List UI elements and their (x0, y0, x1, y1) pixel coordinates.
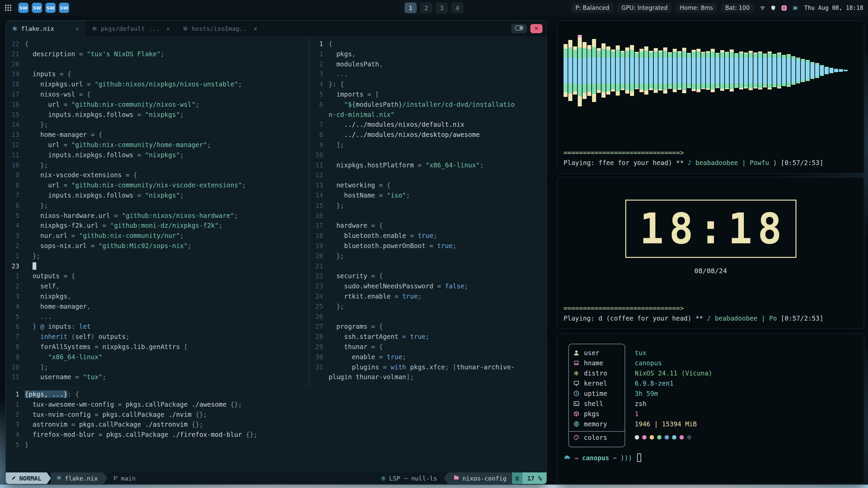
line-number: 13 (310, 180, 329, 190)
screenshot-icon[interactable] (792, 4, 799, 12)
tab-close-icon[interactable]: × (163, 25, 170, 32)
fetch-row-kernel: kernel6.9.8-zen1 (568, 378, 858, 388)
tab-close-icon[interactable]: × (72, 25, 79, 32)
uptime-icon (573, 390, 580, 396)
fetch-row-shell: shellzsh (568, 399, 858, 409)
color-dot (672, 435, 676, 440)
clock-date: 08/08/24 (564, 267, 858, 275)
project-segment[interactable]: nixos-config (448, 472, 512, 484)
code-line: 19 inputs = { (6, 69, 309, 79)
line-number: 1 (310, 49, 329, 59)
app-icon[interactable]: SW (18, 3, 28, 13)
viz-column (706, 51, 710, 90)
viz-column (734, 53, 738, 88)
fetch-value: tux (625, 349, 646, 357)
viz-column (620, 51, 625, 90)
app-icon[interactable]: SW (32, 3, 42, 13)
color-swatch-icon[interactable] (781, 4, 788, 12)
fetch-label: distro (584, 369, 607, 377)
packages-icon (573, 411, 580, 417)
code-line: 6 }; (6, 201, 309, 211)
close-window-button[interactable]: ✕ (530, 24, 542, 33)
line-number: 4 (310, 79, 329, 89)
apps-grid-icon[interactable] (5, 4, 12, 11)
code-line: 3 nixpkgs, (6, 291, 309, 302)
kernel-icon (573, 380, 580, 386)
editor-window: flake.nix×pkgs/default ...×hosts/isoImag… (5, 20, 547, 484)
line-number: 14 (6, 120, 25, 130)
code-line: 11 inputs.nixpkgs.follows = "nixpkgs"; (6, 150, 309, 160)
code-line: 1 }; (6, 251, 309, 261)
viz-column (801, 59, 805, 82)
tab-close-icon[interactable]: × (250, 25, 257, 32)
vim-mode: NORMAL (19, 475, 41, 482)
editor-tab[interactable]: pkgs/default ...× (85, 21, 176, 36)
line-number: 29 (310, 342, 329, 352)
shell-prompt[interactable]: → canopus ~ ))) (564, 453, 858, 462)
code-line: 3 ... (310, 69, 547, 79)
line-number: 21 (310, 261, 329, 271)
line-number: 5 (310, 89, 329, 100)
app-icon[interactable]: SW (45, 3, 56, 13)
code-line: 21 (310, 261, 547, 271)
line-number: 10 (6, 160, 25, 170)
viz-column (630, 45, 634, 96)
workspace-button-1[interactable]: 1 (405, 2, 417, 13)
viz-column (782, 55, 786, 86)
code-line: 10 ]; (6, 362, 309, 372)
fetch-label: uptime (584, 390, 607, 397)
code-line: 17 hardware = { (310, 221, 547, 231)
close-icon: ✕ (534, 25, 539, 32)
workspace-button-4[interactable]: 4 (451, 2, 463, 13)
toggle-button[interactable] (511, 24, 527, 33)
pinned-apps: SWSWSWSW (18, 3, 69, 13)
code-line: 15 inputs.nixpkgs.follows = "nixpkgs"; (6, 110, 309, 120)
shield-icon[interactable] (770, 5, 776, 11)
code-line: 24 rtkit.enable = true; (310, 291, 547, 302)
line-number: 21 (6, 49, 25, 59)
clock-frame: 18:18 (625, 200, 796, 258)
code-line: 9 "x86_64-linux" (6, 352, 309, 362)
code-line: 31 plugins = with pkgs.xfce; [thunar-arc… (310, 362, 547, 372)
fetch-value: 3h 59m (625, 390, 658, 397)
datetime[interactable]: Thu Aug 08, 18:18 (804, 4, 863, 11)
progress-arrow: ==============================> (564, 147, 858, 158)
file-segment[interactable]: flake.nix (51, 472, 103, 484)
code-line: 5 imports = [ (310, 89, 547, 100)
prompt-arrow: → (574, 454, 578, 462)
code-line: 6 } @ inputs: let (6, 322, 309, 332)
visualizer-window: ==============================> Playing:… (557, 20, 864, 174)
now-playing: Playing: d (coffee for your head) ** ♪ b… (564, 313, 858, 323)
project-name: nixos-config (462, 475, 507, 482)
viz-column (820, 65, 824, 76)
code-line: 29 thunar = { (310, 342, 547, 352)
editor-pane-right[interactable]: 1{1 pkgs,2 modulesPath,3 ...4}: {5 impor… (310, 36, 547, 387)
workspace-button-3[interactable]: 3 (436, 2, 448, 13)
network-icon[interactable] (759, 4, 766, 11)
code-line: 1 pkgs, (310, 49, 547, 59)
viz-column (815, 63, 819, 78)
workspace-button-2[interactable]: 2 (420, 2, 432, 13)
code-line: 4 home-manager, (6, 302, 309, 312)
line-number: 1 (6, 389, 25, 400)
git-branch[interactable]: main (113, 475, 136, 482)
editor-tab[interactable]: flake.nix× (6, 21, 85, 36)
vim-mode-segment: NORMAL (6, 472, 47, 484)
viz-column (601, 43, 606, 98)
code-line: 2 self, (6, 281, 309, 291)
nix-snowflake-icon (92, 26, 97, 32)
now-playing: Playing: ffee for your head) ** ♪ beabad… (564, 158, 858, 168)
app-icon[interactable]: SW (59, 3, 69, 13)
editor-pane-left[interactable]: 22{21 description = "tux's NixOS Flake";… (6, 36, 309, 387)
editor-pane-bottom[interactable]: 1{pkgs, ...}: {1 tux-awesome-wm-config =… (6, 387, 547, 472)
line-number: 26 (310, 312, 329, 322)
viz-column (829, 68, 833, 73)
workspace-switcher: 1234 (405, 0, 463, 16)
code-line: 22 security = { (310, 271, 547, 281)
code-line: 17 nixos-wsl = { (6, 89, 309, 100)
code-line: 5} (6, 440, 547, 450)
editor-tab[interactable]: hosts/isoImag..× (176, 21, 263, 36)
viz-column (682, 48, 686, 93)
status-pill: GPU: Integrated (617, 3, 672, 13)
fetch-value: NixOS 24.11 (Vicuna) (625, 369, 712, 377)
